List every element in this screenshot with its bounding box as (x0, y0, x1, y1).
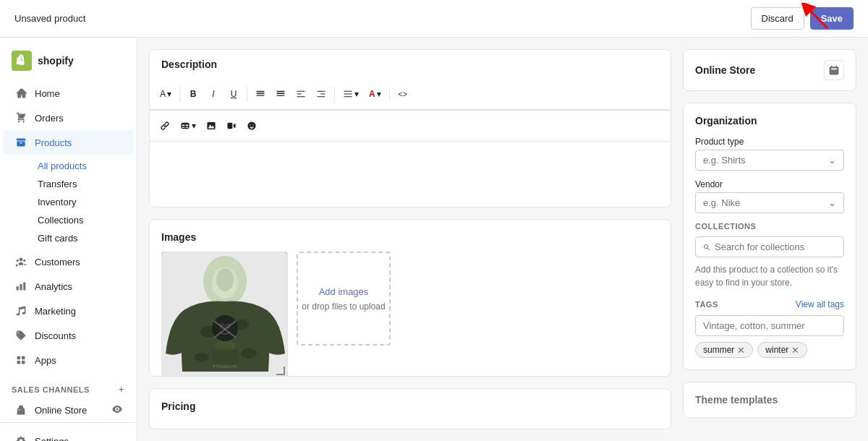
indent-right-button[interactable] (312, 85, 331, 103)
add-sales-channel-icon[interactable]: ＋ (117, 384, 126, 395)
calendar-icon[interactable] (824, 60, 844, 80)
home-icon (14, 87, 27, 100)
top-bar-actions: Discard Save (751, 7, 854, 30)
discard-button[interactable]: Discard (751, 7, 804, 30)
emoji-button[interactable] (242, 116, 261, 135)
link-button[interactable] (156, 116, 174, 135)
sidebar-item-settings[interactable]: Settings (3, 429, 134, 441)
images-title: Images (161, 231, 659, 243)
toolbar-separator-3 (334, 87, 335, 101)
bold-button[interactable]: B (184, 85, 203, 103)
underline-button[interactable]: U (224, 85, 243, 103)
collections-label: COLLECTIONS (695, 222, 844, 231)
vendor-value: e.g. Nike (703, 197, 740, 208)
online-store-card: Online Store (683, 49, 856, 91)
settings-label: Settings (35, 436, 69, 442)
sidebar-item-discounts[interactable]: Discounts (3, 323, 134, 348)
sidebar-item-online-store[interactable]: Online Store (3, 398, 134, 422)
svg-point-7 (212, 315, 238, 341)
align-arrow: ▾ (354, 89, 359, 99)
pricing-section: Pricing (150, 389, 671, 429)
tags-input[interactable] (695, 315, 844, 336)
sidebar-item-products[interactable]: Products (3, 130, 134, 155)
collections-section: COLLECTIONS Add this product to a collec… (695, 222, 844, 289)
code-button[interactable]: <> (393, 85, 412, 103)
sidebar: shopify Home Orders Products All product… (0, 38, 137, 441)
sidebar-item-analytics[interactable]: Analytics (3, 274, 134, 299)
sales-channels-section: SALES CHANNELS ＋ (0, 377, 137, 398)
color-arrow: ▾ (377, 89, 381, 99)
sidebar-sub-gift-cards[interactable]: Gift cards (32, 229, 137, 247)
search-collections-input[interactable] (715, 241, 836, 252)
italic-button[interactable]: I (204, 85, 223, 103)
vendor-input[interactable]: e.g. Nike ⌄ (695, 192, 844, 213)
vendor-group: Vendor e.g. Nike ⌄ (695, 179, 844, 213)
product-image-svg: PREMIUM (162, 252, 288, 377)
toolbar-separator-2 (247, 87, 247, 101)
pricing-title: Pricing (161, 401, 659, 412)
editor-toolbar: A ▾ B I U (150, 79, 671, 110)
tags-list: summer ✕ winter ✕ (695, 342, 844, 358)
sidebar-sub-transfers[interactable]: Transfers (32, 175, 137, 193)
font-size-select[interactable]: A ▾ (156, 85, 176, 103)
top-bar: Unsaved product Discard Save (0, 0, 868, 38)
sidebar-item-label: Orders (35, 113, 64, 124)
indent-left-button[interactable] (292, 85, 310, 103)
shopify-logo-icon (12, 51, 32, 71)
search-collections-input-wrap[interactable] (695, 236, 844, 257)
color-select[interactable]: A ▾ (365, 85, 386, 103)
tag-label-summer: summer (703, 345, 734, 355)
sidebar-item-label: Apps (35, 355, 56, 366)
sidebar-item-home[interactable]: Home (3, 81, 134, 106)
sidebar-item-apps[interactable]: Apps (3, 348, 134, 372)
toolbar-separator-4 (389, 87, 390, 101)
online-store-eye-icon (112, 404, 122, 416)
sidebar-sub-inventory[interactable]: Inventory (32, 193, 137, 211)
sidebar-item-label: Analytics (35, 281, 72, 292)
align-select[interactable]: ▾ (339, 85, 363, 103)
image-resize-handle[interactable] (276, 367, 285, 375)
organization-card: Organization Product type e.g. Shirts ⌄ … (683, 103, 856, 370)
products-submenu: All products Transfers Inventory Collect… (0, 155, 137, 249)
bullet-list-button[interactable] (251, 85, 270, 103)
tag-chip-winter: winter ✕ (757, 342, 807, 358)
org-title: Organization (695, 115, 844, 127)
svg-point-5 (195, 353, 209, 361)
product-image-thumb[interactable]: PREMIUM (161, 252, 288, 377)
product-type-value: e.g. Shirts (703, 155, 746, 166)
analytics-icon (14, 280, 27, 293)
editor-toolbar-row2: ▾ (150, 110, 671, 142)
vendor-chevron: ⌄ (828, 197, 836, 208)
tag-remove-winter[interactable]: ✕ (791, 346, 799, 355)
product-type-chevron: ⌄ (828, 155, 836, 166)
sidebar-item-marketing[interactable]: Marketing (3, 299, 134, 323)
svg-point-14 (216, 268, 234, 291)
sidebar-sub-all-products[interactable]: All products (32, 157, 137, 175)
sidebar-bottom: Settings (0, 422, 137, 441)
ordered-list-button[interactable] (271, 85, 290, 103)
tag-label-winter: winter (765, 345, 788, 355)
content-area: Description A ▾ B I U (137, 38, 868, 441)
view-all-tags-link[interactable]: View all tags (796, 299, 844, 309)
table-select[interactable]: ▾ (176, 116, 200, 135)
table-arrow: ▾ (192, 121, 196, 131)
add-images-placeholder[interactable]: Add images or drop files to upload (297, 252, 391, 346)
svg-point-6 (241, 348, 257, 359)
editor-body[interactable] (150, 142, 671, 207)
sidebar-sub-collections[interactable]: Collections (32, 211, 137, 229)
sidebar-item-orders[interactable]: Orders (3, 106, 134, 130)
sidebar-item-customers[interactable]: Customers (3, 249, 134, 274)
main-column: Description A ▾ B I U (149, 49, 671, 429)
video-button[interactable] (222, 116, 241, 135)
drop-files-label: or drop files to upload (302, 301, 385, 312)
save-button[interactable]: Save (810, 7, 854, 30)
image-button[interactable] (202, 116, 221, 135)
discounts-icon (14, 329, 27, 342)
products-icon (14, 136, 27, 149)
tag-remove-summer[interactable]: ✕ (737, 346, 745, 355)
tags-header: TAGS View all tags (695, 299, 844, 309)
logo-text: shopify (38, 55, 74, 67)
product-type-input[interactable]: e.g. Shirts ⌄ (695, 150, 844, 171)
sidebar-item-label: Discounts (35, 330, 76, 341)
theme-templates-card: Theme templates (683, 382, 856, 418)
